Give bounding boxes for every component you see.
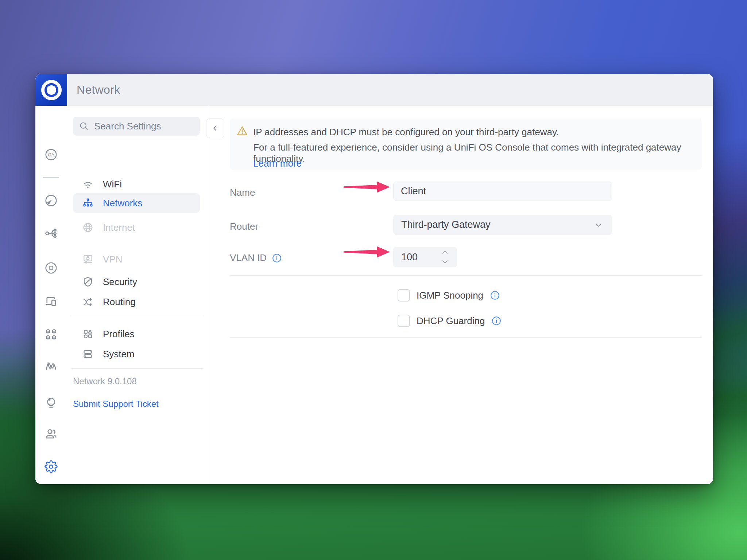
dashboard-icon[interactable] [44, 194, 58, 207]
topology-icon[interactable] [44, 227, 58, 240]
app-version: Network 9.0.108 [73, 376, 137, 386]
globe-icon [82, 221, 94, 234]
sidebar-item-label: Routing [103, 296, 136, 308]
annotation-arrow-name [344, 181, 391, 193]
chevron-left-icon [211, 124, 219, 132]
networks-icon [82, 197, 94, 209]
igmp-snooping-label: IGMP Snooping [417, 290, 483, 301]
sidebar-item-label: System [103, 349, 135, 360]
sidebar-item-system[interactable]: System [73, 344, 200, 364]
warning-icon [236, 125, 248, 137]
vlan-id-input[interactable] [393, 247, 441, 267]
search-input[interactable] [93, 120, 193, 132]
devices-icon[interactable] [44, 294, 58, 307]
sidebar-item-label: Security [103, 276, 137, 288]
info-icon[interactable] [490, 290, 500, 300]
target-icon[interactable] [44, 261, 58, 275]
sidebar-item-profiles[interactable]: Profiles [73, 324, 200, 344]
sidebar-item-label: Networks [103, 198, 142, 209]
system-icon [82, 348, 94, 360]
router-field-label: Router [230, 221, 258, 232]
stepper-down-icon[interactable] [440, 258, 450, 265]
search-icon [79, 121, 89, 131]
lightbulb-icon[interactable] [44, 396, 58, 409]
settings-sidebar: WiFi Networks Internet VPN Security [66, 106, 208, 484]
vlan-id-field [393, 247, 457, 267]
stepper-up-icon[interactable] [440, 249, 450, 256]
vlan-id-field-label: VLAN ID [230, 252, 282, 264]
ga-badge-icon[interactable]: GA [44, 148, 58, 161]
submit-support-ticket-link[interactable]: Submit Support Ticket [73, 399, 159, 409]
dhcp-guarding-row: DHCP Guarding [398, 315, 502, 327]
sidebar-item-wifi[interactable]: WiFi [73, 174, 200, 194]
titlebar: Network [35, 74, 713, 106]
content-divider [230, 275, 702, 276]
unifi-logo [35, 74, 67, 106]
apps-grid-icon[interactable] [44, 328, 58, 341]
users-icon[interactable] [44, 427, 58, 440]
unifi-logo-disc [41, 80, 62, 100]
collapse-sidebar-button[interactable] [206, 118, 224, 138]
sidebar-item-label: VPN [103, 254, 122, 265]
network-settings-content: IP addresses and DHCP must be configured… [208, 106, 713, 484]
info-icon[interactable] [272, 253, 282, 263]
gear-icon[interactable] [44, 460, 58, 473]
vpn-icon [82, 253, 94, 265]
dhcp-guarding-label: DHCP Guarding [417, 315, 485, 327]
annotation-arrow-vlan [344, 246, 391, 258]
sidebar-item-vpn: VPN [73, 249, 200, 269]
sidebar-item-security[interactable]: Security [73, 272, 200, 292]
vlan-id-stepper [440, 249, 450, 265]
sidebar-item-routing[interactable]: Routing [73, 292, 200, 312]
vlan-id-label-text: VLAN ID [230, 252, 267, 264]
igmp-snooping-checkbox[interactable] [398, 289, 410, 302]
sidebar-item-label: Internet [103, 222, 135, 233]
routing-icon [82, 296, 94, 308]
icon-rail: GA [35, 106, 66, 484]
dhcp-guarding-checkbox[interactable] [398, 315, 410, 327]
unifi-logo-ring [44, 83, 58, 97]
sidebar-item-networks[interactable]: Networks [73, 193, 200, 213]
page-title: Network [77, 83, 120, 97]
name-field-label: Name [230, 187, 255, 198]
rail-divider [43, 177, 59, 178]
shield-icon [82, 276, 94, 288]
sidebar-divider [71, 368, 203, 369]
chevron-down-icon [594, 220, 603, 230]
profiles-icon [82, 328, 94, 340]
sidebar-item-label: Profiles [103, 328, 135, 340]
sidebar-divider [71, 317, 203, 317]
content-divider [230, 337, 702, 338]
waves-icon[interactable] [44, 359, 58, 373]
network-app-window: Network GA [35, 74, 713, 484]
wifi-icon [82, 178, 94, 190]
igmp-snooping-row: IGMP Snooping [398, 289, 500, 302]
gateway-notice-banner: IP addresses and DHCP must be configured… [230, 118, 702, 170]
sidebar-item-label: WiFi [103, 179, 122, 190]
sidebar-item-internet: Internet [73, 218, 200, 237]
router-dropdown[interactable]: Third-party Gateway [393, 215, 612, 235]
svg-text:GA: GA [48, 152, 54, 158]
search-settings-box[interactable] [73, 117, 200, 136]
learn-more-link[interactable]: Learn more [253, 158, 302, 169]
notice-line2: For a full-featured experience, consider… [253, 142, 702, 164]
network-name-input[interactable] [393, 182, 612, 201]
notice-line1: IP addresses and DHCP must be configured… [253, 127, 559, 138]
router-dropdown-value: Third-party Gateway [401, 219, 491, 230]
info-icon[interactable] [491, 316, 502, 326]
